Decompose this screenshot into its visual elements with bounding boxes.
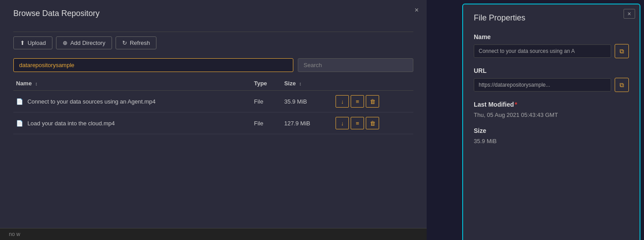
info-button-1[interactable]: ≡ xyxy=(351,95,364,108)
download-button-1[interactable]: ↓ xyxy=(336,95,349,108)
browser-area xyxy=(13,58,413,72)
name-label: Name xyxy=(474,33,629,40)
file-name-cell: 📄 Connect to your data sources using an … xyxy=(13,91,251,112)
add-directory-button[interactable]: ⊕ Add Directory xyxy=(56,36,112,49)
name-copy-button[interactable]: ⧉ xyxy=(615,44,629,58)
url-value-row: https://datarepositorysample... ⧉ xyxy=(474,78,629,92)
refresh-label: Refresh xyxy=(130,40,150,46)
file-type-cell: File xyxy=(251,112,281,134)
status-bar: no w xyxy=(0,228,427,240)
size-section: Size 35.9 MiB xyxy=(474,127,629,144)
middle-gap xyxy=(427,0,462,240)
url-label: URL xyxy=(474,67,629,74)
table-row: 📄 Load your data into the cloud.mp4 File… xyxy=(13,112,413,134)
name-value-row: Connect to your data sources using an A … xyxy=(474,44,629,58)
size-value: 35.9 MiB xyxy=(474,138,629,144)
refresh-button[interactable]: ↻ Refresh xyxy=(116,36,157,49)
status-text: no w xyxy=(9,231,20,237)
properties-title: File Properties xyxy=(474,13,629,23)
download-button-2[interactable]: ↓ xyxy=(336,117,349,129)
file-actions: ↓ ≡ 🗑 xyxy=(336,117,411,129)
file-actions-cell: ↓ ≡ 🗑 xyxy=(333,91,413,112)
file-table: Name ↕ Type Size ↕ 📄 Connect to your dat… xyxy=(13,76,413,134)
delete-button-1[interactable]: 🗑 xyxy=(366,95,379,108)
file-actions-cell: ↓ ≡ 🗑 xyxy=(333,112,413,134)
path-input[interactable] xyxy=(13,58,293,72)
search-input[interactable] xyxy=(298,58,413,72)
last-modified-section: Last Modified Thu, 05 Aug 2021 05:43:43 … xyxy=(474,101,629,118)
file-actions: ↓ ≡ 🗑 xyxy=(336,95,411,108)
file-type-cell: File xyxy=(251,91,281,112)
name-section: Name Connect to your data sources using … xyxy=(474,33,629,58)
info-button-2[interactable]: ≡ xyxy=(351,117,364,129)
name-sort-icon[interactable]: ↕ xyxy=(35,81,38,86)
url-section: URL https://datarepositorysample... ⧉ xyxy=(474,67,629,92)
file-icon: 📄 xyxy=(16,120,23,127)
column-actions xyxy=(333,76,413,91)
file-name-cell: 📄 Load your data into the cloud.mp4 xyxy=(13,112,251,134)
url-value: https://datarepositorysample... xyxy=(474,78,611,92)
upload-button[interactable]: ⬆ Upload xyxy=(13,36,52,49)
last-modified-value: Thu, 05 Aug 2021 05:43:43 GMT xyxy=(474,112,629,118)
refresh-icon: ↻ xyxy=(122,40,127,46)
table-row: 📄 Connect to your data sources using an … xyxy=(13,91,413,112)
delete-button-2[interactable]: 🗑 xyxy=(366,117,379,129)
add-directory-label: Add Directory xyxy=(70,40,105,46)
name-value: Connect to your data sources using an A xyxy=(474,44,611,58)
toolbar: ⬆ Upload ⊕ Add Directory ↻ Refresh xyxy=(13,32,413,49)
column-type: Type xyxy=(251,76,281,91)
url-copy-button[interactable]: ⧉ xyxy=(615,78,629,92)
add-directory-icon: ⊕ xyxy=(63,40,68,46)
upload-icon: ⬆ xyxy=(20,40,25,46)
last-modified-label: Last Modified xyxy=(474,101,629,108)
size-sort-icon[interactable]: ↕ xyxy=(299,81,302,86)
file-icon: 📄 xyxy=(16,98,23,105)
size-label: Size xyxy=(474,127,629,134)
browse-panel-title: Browse Data Repository xyxy=(13,9,413,23)
properties-panel: File Properties × Name Connect to your d… xyxy=(462,4,640,240)
browse-close-button[interactable]: × xyxy=(411,4,422,16)
browse-panel: Browse Data Repository × ⬆ Upload ⊕ Add … xyxy=(0,0,427,240)
properties-close-button[interactable]: × xyxy=(624,9,635,19)
file-size-cell: 35.9 MiB xyxy=(281,91,333,112)
column-size: Size ↕ xyxy=(281,76,333,91)
file-size-cell: 127.9 MiB xyxy=(281,112,333,134)
upload-label: Upload xyxy=(28,40,46,46)
column-name: Name ↕ xyxy=(13,76,251,91)
